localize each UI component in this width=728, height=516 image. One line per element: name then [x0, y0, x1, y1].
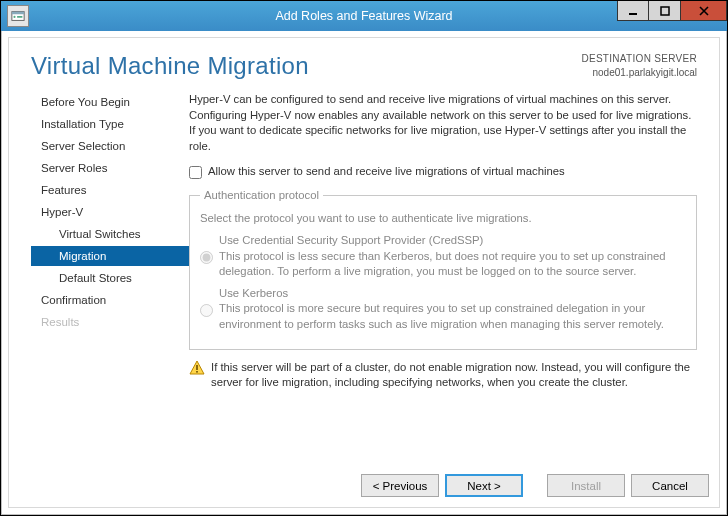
close-button[interactable]	[681, 1, 727, 21]
auth-radio-0[interactable]	[200, 235, 213, 280]
next-button[interactable]: Next >	[445, 474, 523, 497]
nav-item-confirmation[interactable]: Confirmation	[31, 290, 189, 310]
main-panel: Hyper-V can be configured to send and re…	[189, 92, 697, 391]
nav-item-virtual-switches[interactable]: Virtual Switches	[31, 224, 189, 244]
nav-item-results: Results	[31, 312, 189, 332]
svg-point-2	[13, 16, 15, 18]
wizard-window: Add Roles and Features Wizard Virtual Ma…	[0, 0, 728, 516]
auth-option-1: Use KerberosThis protocol is more secure…	[200, 286, 686, 333]
nav-item-before-you-begin[interactable]: Before You Begin	[31, 92, 189, 112]
auth-hint: Select the protocol you want to use to a…	[200, 211, 686, 227]
auth-protocol-fieldset: Authentication protocol Select the proto…	[189, 188, 697, 350]
footer-buttons: < Previous Next > Install Cancel	[19, 474, 709, 497]
nav-item-migration[interactable]: Migration	[31, 246, 189, 266]
warning-row: If this server will be part of a cluster…	[189, 360, 697, 391]
body-row: Before You BeginInstallation TypeServer …	[9, 90, 719, 391]
content-area: Virtual Machine Migration DESTINATION SE…	[1, 31, 727, 515]
maximize-button[interactable]	[649, 1, 681, 21]
app-icon	[7, 5, 29, 27]
previous-button[interactable]: < Previous	[361, 474, 439, 497]
window-controls	[617, 1, 727, 31]
auth-option-label: Use Kerberos	[219, 286, 686, 302]
destination-value: node01.parlakyigit.local	[581, 66, 697, 80]
auth-option-desc: This protocol is less secure than Kerber…	[219, 249, 686, 280]
nav-item-server-selection[interactable]: Server Selection	[31, 136, 189, 156]
wizard-nav: Before You BeginInstallation TypeServer …	[31, 92, 189, 391]
nav-item-features[interactable]: Features	[31, 180, 189, 200]
intro-text: Hyper-V can be configured to send and re…	[189, 92, 697, 154]
install-button[interactable]: Install	[547, 474, 625, 497]
svg-rect-6	[196, 365, 198, 370]
svg-rect-4	[629, 13, 637, 15]
auth-radio-1[interactable]	[200, 288, 213, 333]
auth-option-0: Use Credential Security Support Provider…	[200, 233, 686, 280]
nav-item-server-roles[interactable]: Server Roles	[31, 158, 189, 178]
minimize-button[interactable]	[617, 1, 649, 21]
allow-migration-label: Allow this server to send and receive li…	[208, 164, 565, 180]
svg-rect-5	[661, 7, 669, 15]
nav-item-installation-type[interactable]: Installation Type	[31, 114, 189, 134]
inner-panel: Virtual Machine Migration DESTINATION SE…	[8, 37, 720, 508]
header-row: Virtual Machine Migration DESTINATION SE…	[9, 38, 719, 90]
warning-icon	[189, 360, 205, 376]
destination-label: DESTINATION SERVER	[581, 52, 697, 66]
svg-rect-1	[12, 12, 24, 15]
allow-migration-checkbox[interactable]	[189, 166, 202, 179]
svg-rect-7	[196, 371, 198, 373]
auth-legend: Authentication protocol	[200, 188, 323, 204]
warning-text: If this server will be part of a cluster…	[211, 360, 697, 391]
auth-option-label: Use Credential Security Support Provider…	[219, 233, 686, 249]
page-title: Virtual Machine Migration	[31, 52, 309, 80]
svg-rect-3	[17, 16, 22, 18]
nav-item-hyper-v[interactable]: Hyper-V	[31, 202, 189, 222]
destination-server-box: DESTINATION SERVER node01.parlakyigit.lo…	[581, 52, 697, 79]
allow-migration-row[interactable]: Allow this server to send and receive li…	[189, 164, 697, 180]
title-bar: Add Roles and Features Wizard	[1, 1, 727, 31]
auth-option-desc: This protocol is more secure but require…	[219, 301, 686, 332]
nav-item-default-stores[interactable]: Default Stores	[31, 268, 189, 288]
cancel-button[interactable]: Cancel	[631, 474, 709, 497]
